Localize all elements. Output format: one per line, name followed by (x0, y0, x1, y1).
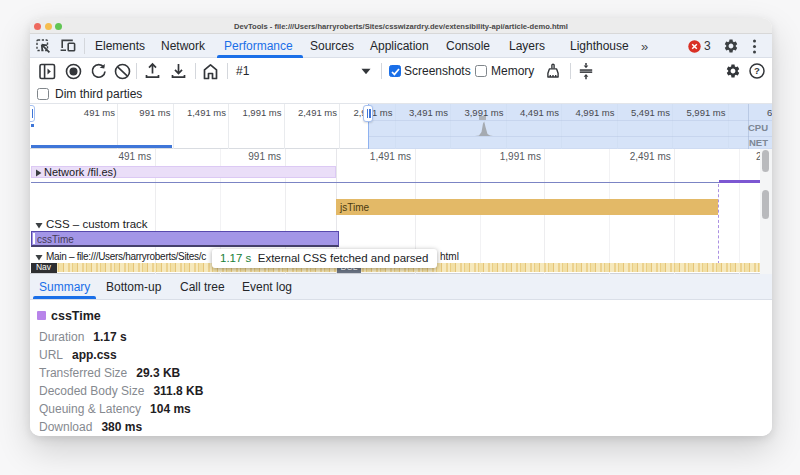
svg-text:?: ? (754, 65, 760, 76)
